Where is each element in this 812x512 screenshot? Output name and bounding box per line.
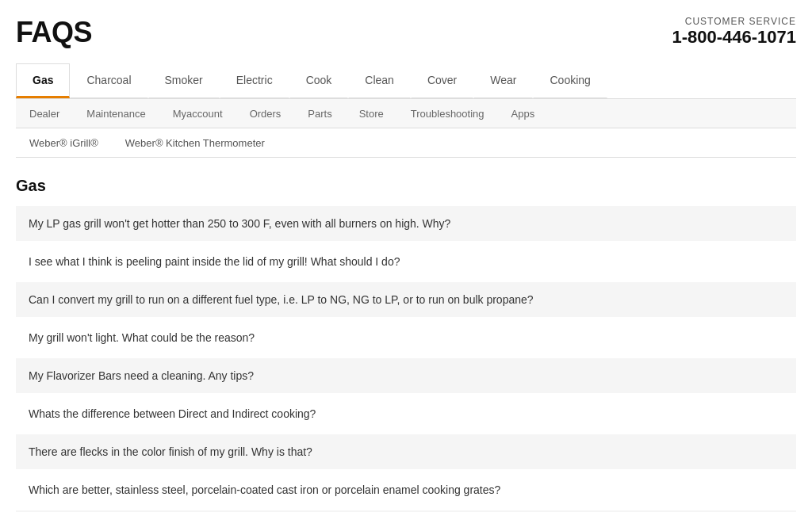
tab-apps[interactable]: Apps <box>498 99 549 128</box>
tab-parts[interactable]: Parts <box>294 99 345 128</box>
tab-cook[interactable]: Cook <box>289 63 349 98</box>
tab-row-2: DealerMaintenanceMyaccountOrdersPartsSto… <box>16 99 796 128</box>
faq-item[interactable]: My LP gas grill won't get hotter than 25… <box>16 206 796 241</box>
tab-row-3: Weber® iGrill®Weber® Kitchen Thermometer <box>16 128 796 158</box>
tab-charcoal[interactable]: Charcoal <box>70 63 147 98</box>
tab-row-1: GasCharcoalSmokerElectricCookCleanCoverW… <box>16 63 796 99</box>
faq-item[interactable]: I see what I think is peeling paint insi… <box>16 244 796 279</box>
tab-wear[interactable]: Wear <box>473 63 533 98</box>
customer-service-block: CUSTOMER SERVICE 1-800-446-1071 <box>672 16 796 48</box>
tab-smoker[interactable]: Smoker <box>148 63 220 98</box>
section-title: Gas <box>16 177 796 195</box>
tab-store[interactable]: Store <box>346 99 397 128</box>
faq-item[interactable]: My Flavorizer Bars need a cleaning. Any … <box>16 358 796 393</box>
tab-troubleshooting[interactable]: Troubleshooting <box>397 99 498 128</box>
tab-cooking[interactable]: Cooking <box>533 63 607 98</box>
faq-item[interactable]: My grill won't light. What could be the … <box>16 320 796 355</box>
tab-maintenance[interactable]: Maintenance <box>73 99 159 128</box>
tab-weber-igrill[interactable]: Weber® iGrill® <box>16 128 112 157</box>
tab-gas[interactable]: Gas <box>16 63 70 98</box>
page-wrapper: FAQS CUSTOMER SERVICE 1-800-446-1071 Gas… <box>0 0 812 512</box>
customer-service-phone: 1-800-446-1071 <box>672 27 796 47</box>
faq-item[interactable]: Whats the difference between Direct and … <box>16 396 796 431</box>
tab-cover[interactable]: Cover <box>411 63 473 98</box>
faq-list: My LP gas grill won't get hotter than 25… <box>16 206 796 512</box>
tab-dealer[interactable]: Dealer <box>16 99 73 128</box>
tab-myaccount[interactable]: Myaccount <box>159 99 236 128</box>
faq-item[interactable]: Can I convert my grill to run on a diffe… <box>16 282 796 317</box>
page-title: FAQS <box>16 16 92 49</box>
faq-item[interactable]: There are flecks in the color finish of … <box>16 434 796 469</box>
tab-orders[interactable]: Orders <box>236 99 295 128</box>
faq-section: Gas My LP gas grill won't get hotter tha… <box>16 177 796 512</box>
tab-clean[interactable]: Clean <box>348 63 411 98</box>
tab-electric[interactable]: Electric <box>220 63 289 98</box>
customer-service-label: CUSTOMER SERVICE <box>672 16 796 27</box>
tab-weber-kitchen-thermometer[interactable]: Weber® Kitchen Thermometer <box>112 128 278 157</box>
header: FAQS CUSTOMER SERVICE 1-800-446-1071 <box>16 16 796 49</box>
faq-item[interactable]: Which are better, stainless steel, porce… <box>16 472 796 507</box>
